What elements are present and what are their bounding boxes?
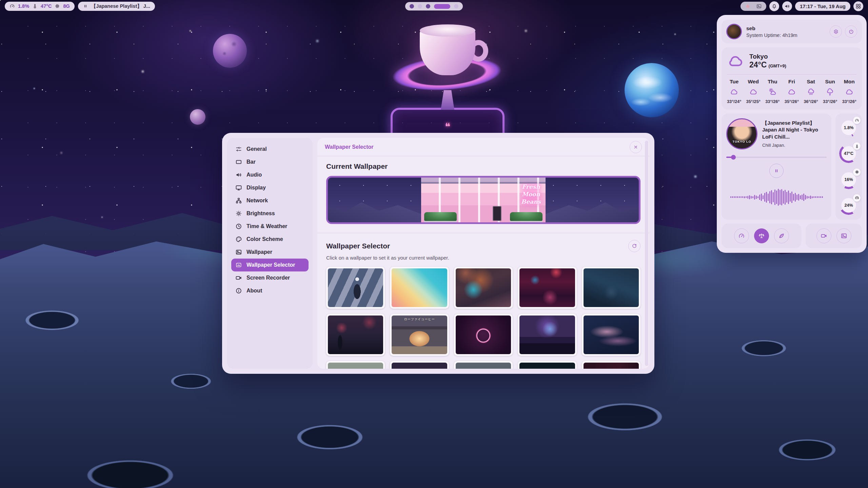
- waveform-bar: [742, 196, 743, 198]
- profile-balanced-button[interactable]: [754, 228, 769, 243]
- waveform-bar: [763, 195, 764, 199]
- wallpaper-thumb-sage-landscape[interactable]: [326, 361, 385, 369]
- wallpaper-thumb-dark-teal[interactable]: [518, 361, 576, 369]
- wallpaper-thumb-slate-gray[interactable]: [454, 361, 513, 369]
- sidebar-item-network[interactable]: Network: [231, 194, 309, 207]
- waveform-bar: [803, 194, 804, 201]
- sidebar-item-label: Color Scheme: [246, 236, 283, 242]
- workspace-dot[interactable]: [434, 4, 450, 9]
- forecast-day: Mon 33°/26°: [842, 79, 856, 104]
- sidebar-item-general[interactable]: General: [231, 143, 309, 156]
- sidebar-item-time-weather[interactable]: Time & Weather: [231, 220, 309, 233]
- user-card: seb System Uptime: 4h19m: [722, 20, 862, 43]
- sidebar-item-about[interactable]: About: [231, 284, 309, 297]
- sidebar-item-brightness[interactable]: Brightness: [231, 207, 309, 220]
- volume-button[interactable]: [782, 1, 792, 11]
- cpu-usage-gauge: 1.8%: [839, 118, 858, 137]
- earth-planet: [625, 63, 679, 117]
- grid-icon: [855, 3, 861, 9]
- workspace-dot[interactable]: [426, 4, 430, 8]
- play-pause-button[interactable]: [769, 164, 784, 178]
- image-tray-icon[interactable]: [756, 3, 762, 9]
- waveform-bar: [751, 196, 752, 199]
- waveform-bar: [764, 193, 765, 202]
- notifications-button[interactable]: [769, 1, 779, 11]
- workspace-dot[interactable]: [418, 4, 422, 8]
- divider: [727, 74, 856, 75]
- now-playing-pill[interactable]: 【Japanese Playlist】 J...: [78, 2, 155, 11]
- waveform-bar: [754, 195, 755, 200]
- wallpaper-thumb-dark-maroon[interactable]: [582, 361, 640, 369]
- sidebar-item-label: Display: [246, 185, 266, 191]
- storm-icon: [826, 87, 834, 96]
- chip-icon: [853, 168, 861, 176]
- power-button[interactable]: [845, 25, 857, 38]
- network-icon: [235, 197, 242, 204]
- waveform-bar: [774, 189, 775, 205]
- sidebar-item-audio[interactable]: Audio: [231, 168, 309, 181]
- wallpaper-thumb-anime-crosswalk[interactable]: [326, 267, 385, 309]
- wallpaper-thumb-blurred-neon[interactable]: [454, 267, 513, 309]
- sidebar-item-label: Bar: [246, 159, 256, 165]
- refresh-button[interactable]: [628, 240, 640, 252]
- palette-icon: [235, 236, 242, 243]
- workspace-dot[interactable]: [410, 4, 414, 8]
- close-icon: [633, 144, 638, 150]
- wallpaper-thumb-cyberpunk-arcade[interactable]: [518, 267, 576, 309]
- sidebar-item-bar[interactable]: Bar: [231, 156, 309, 168]
- system-stats-pill[interactable]: 1.8% 47°C 8G: [5, 2, 75, 11]
- tray-app-icon[interactable]: [745, 3, 751, 9]
- waveform-bar: [810, 196, 811, 199]
- seek-slider[interactable]: [726, 155, 827, 160]
- cup-body: [420, 29, 475, 75]
- wallpaper-thumb-crimson-forest-figure[interactable]: [326, 314, 385, 356]
- preview-menu-board: [493, 206, 501, 221]
- wallpaper-thumb-black-hole-ring[interactable]: [454, 314, 513, 356]
- sidebar-item-wallpaper[interactable]: Wallpaper: [231, 246, 309, 259]
- system-uptime: System Uptime: 4h19m: [746, 33, 797, 38]
- waveform-bar: [780, 190, 781, 205]
- sidebar-item-color-scheme[interactable]: Color Scheme: [231, 233, 309, 246]
- scrollbar[interactable]: [645, 141, 648, 366]
- wallpaper-thumb-pink-mesh-wave[interactable]: [582, 314, 640, 356]
- wallpaper-thumb-lofi-coffee-shop[interactable]: ローファイコーヒー: [390, 314, 449, 356]
- wallpaper-thumb-teal-sunset-gradient[interactable]: [390, 267, 449, 309]
- clock-widget[interactable]: 17:17 - Tue, 19 Aug: [795, 2, 850, 11]
- wallpaper-thumb-dark-blue-rocks[interactable]: [582, 267, 640, 309]
- audio-visualizer: [726, 179, 827, 215]
- dashboard-toggle-button[interactable]: [853, 1, 863, 11]
- waveform-bar: [796, 195, 797, 200]
- track-artist: Chill Japan.: [762, 143, 827, 148]
- monitor-icon: [235, 184, 242, 191]
- album-art: TOKYO LO: [726, 118, 757, 149]
- wallpaper-thumb-autumn-tree[interactable]: [390, 361, 449, 369]
- cloud-icon: [749, 87, 758, 96]
- sidebar-item-display[interactable]: Display: [231, 181, 309, 194]
- profile-performance-button[interactable]: [734, 228, 749, 243]
- video-icon: [821, 232, 827, 239]
- forecast-day: Wed 35°/25°: [746, 79, 761, 104]
- chip-icon: [55, 3, 60, 9]
- waveform-bar: [756, 196, 757, 199]
- settings-button[interactable]: [830, 25, 842, 38]
- screenshot-button[interactable]: [836, 228, 851, 243]
- screen-record-button[interactable]: [816, 228, 831, 243]
- info-icon: [235, 287, 242, 294]
- wallpaper-thumb-nebula-forest[interactable]: [518, 314, 576, 356]
- cpu-usage: 1.8%: [18, 3, 29, 9]
- small-moon: [190, 109, 205, 125]
- close-button[interactable]: [630, 141, 642, 153]
- sidebar-item-wallpaper-selector[interactable]: Wallpaper Selector: [231, 259, 309, 271]
- album-art-text: TOKYO LO: [727, 140, 756, 143]
- forecast-day: Thu 33°/26°: [765, 79, 780, 104]
- sidebar-item-label: Screen Recorder: [246, 275, 290, 281]
- sliders-icon: [235, 146, 242, 152]
- settings-body: Current Wallpaper Fresh Moon Beans: [317, 156, 649, 369]
- recorder-icon: [235, 274, 242, 281]
- slider-knob[interactable]: [731, 155, 736, 160]
- waveform-bar: [771, 190, 772, 204]
- cloud-icon: [787, 87, 796, 96]
- profile-powersave-button[interactable]: [774, 228, 789, 243]
- sidebar-item-screen-recorder[interactable]: Screen Recorder: [231, 271, 309, 284]
- workspace-dot[interactable]: [454, 4, 458, 8]
